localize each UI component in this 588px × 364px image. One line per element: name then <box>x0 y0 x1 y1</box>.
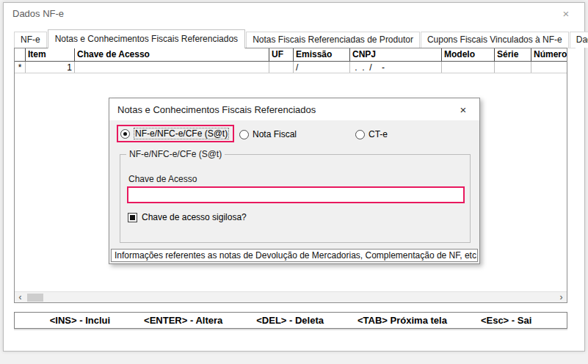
radio-selected-icon <box>120 129 130 139</box>
cell-cnpj[interactable]: . . / - <box>350 62 442 73</box>
column-header-selector <box>15 48 26 61</box>
row-selector-marker: * <box>15 62 26 73</box>
chave-sigilosa-label: Chave de acesso sigilosa? <box>142 212 247 222</box>
dialog-titlebar: Notas e Conhecimentos Fiscais Referencia… <box>109 98 479 120</box>
cell-item[interactable]: 1 <box>26 62 75 73</box>
checkbox-checked-icon[interactable] <box>128 213 137 222</box>
cell-serie[interactable] <box>495 62 531 73</box>
chave-de-acesso-input[interactable] <box>127 186 465 203</box>
referenced-notes-dialog: Notas e Conhecimentos Fiscais Referencia… <box>109 98 480 264</box>
chave-sigilosa-checkbox-row[interactable]: Chave de acesso sigilosa? <box>128 212 247 222</box>
radio-nota-fiscal[interactable]: Nota Fiscal <box>239 129 297 139</box>
column-header-uf: UF <box>269 48 294 61</box>
grid-header-row: Item Chave de Acesso UF Emissão CNPJ Mod… <box>15 48 567 62</box>
radio-unselected-icon <box>355 130 365 139</box>
dialog-info-bar: Informações referentes as notas de Devol… <box>111 249 478 262</box>
radio-nfe-label: NF-e/NFC-e/CFe (S@t) <box>134 128 229 139</box>
cell-numero[interactable] <box>531 62 567 73</box>
column-header-numero: Número <box>531 48 567 61</box>
tab-dados-verso-danfe[interactable]: Dados Verso do DANFE <box>570 32 588 48</box>
cell-modelo[interactable] <box>442 62 495 73</box>
radio-cte[interactable]: CT-e <box>355 129 388 139</box>
groupbox-label: NF-e/NFC-e/CFe (S@t) <box>126 149 225 159</box>
tab-notas-produtor[interactable]: Notas Fiscais Referenciadas de Produtor <box>246 32 420 48</box>
main-titlebar: Dados NF-e × <box>4 3 584 25</box>
column-header-modelo: Modelo <box>442 48 495 61</box>
hotkey-bar: <INS> - Inclui <ENTER> - Altera <DEL> - … <box>14 312 567 329</box>
document-type-radio-group: NF-e/NFC-e/CFe (S@t) Nota Fiscal CT-e <box>109 120 479 147</box>
hotkey-tab: <TAB> Próxima tela <box>357 315 447 326</box>
nfe-groupbox: NF-e/NFC-e/CFe (S@t) Chave de Acesso Cha… <box>120 154 471 243</box>
scrollbar-thumb[interactable] <box>27 294 43 302</box>
tab-cupons-fiscais[interactable]: Cupons Fiscais Vinculados à NF-e <box>421 32 569 48</box>
column-header-item: Item <box>26 48 75 61</box>
dialog-close-icon[interactable]: × <box>454 102 472 117</box>
hotkey-del: <DEL> - Deleta <box>256 315 324 326</box>
chave-de-acesso-label: Chave de Acesso <box>128 174 197 184</box>
scroll-left-icon[interactable]: ‹ <box>15 292 26 303</box>
radio-cte-label: CT-e <box>369 129 388 139</box>
radio-nfe-nfce-cfe[interactable]: NF-e/NFC-e/CFe (S@t) <box>117 125 234 142</box>
tab-nfe[interactable]: NF-e <box>14 32 47 48</box>
cell-uf[interactable] <box>269 62 294 73</box>
hotkey-ins: <INS> - Inclui <box>50 315 110 326</box>
tab-notas-conhecimentos-referenciados[interactable]: Notas e Conhecimentos Fiscais Referencia… <box>48 29 245 48</box>
scroll-right-icon[interactable]: › <box>556 292 567 303</box>
radio-unselected-icon <box>239 130 249 139</box>
column-header-chave-de-acesso: Chave de Acesso <box>75 48 269 61</box>
window-close-icon[interactable]: × <box>558 7 574 21</box>
table-row[interactable]: * 1 / . . / - <box>15 62 567 73</box>
column-header-serie: Série <box>495 48 531 61</box>
column-header-cnpj: CNPJ <box>350 48 442 61</box>
column-header-emissao: Emissão <box>294 48 350 61</box>
horizontal-scrollbar[interactable]: ‹ › <box>15 291 567 302</box>
hotkey-esc: <Esc> - Sai <box>481 315 531 326</box>
radio-nota-fiscal-label: Nota Fiscal <box>253 129 297 139</box>
tab-strip: NF-e Notas e Conhecimentos Fiscais Refer… <box>14 29 576 48</box>
cell-emissao[interactable]: / <box>294 62 350 73</box>
hotkey-enter: <ENTER> - Altera <box>144 315 222 326</box>
window-title: Dados NF-e <box>12 8 64 19</box>
dialog-title: Notas e Conhecimentos Fiscais Referencia… <box>117 104 316 115</box>
cell-chave-de-acesso[interactable] <box>75 62 269 73</box>
